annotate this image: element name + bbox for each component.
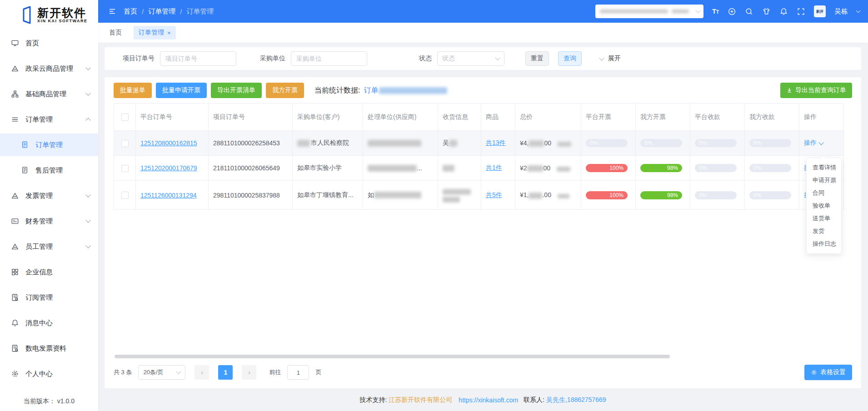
page-footer: 技术支持: 江苏新开软件有限公司 https://xinkaisoft.com … xyxy=(105,388,861,411)
select-all-checkbox[interactable] xyxy=(121,114,129,121)
chevron-down-icon[interactable] xyxy=(856,9,861,13)
menu-item-delivery-note[interactable]: 送货单 xyxy=(807,212,841,225)
redacted-price-sub xyxy=(557,167,570,172)
order-no-input[interactable] xyxy=(160,51,236,66)
theme-shirt-icon[interactable] xyxy=(762,7,771,16)
brand-logo: 新开软件 XIN KAI SOFTWARE xyxy=(0,0,98,28)
sidebar-item-order-management[interactable]: 订单管理 xyxy=(0,134,98,156)
order-no-label: 项目订单号 xyxy=(123,54,155,63)
expand-toggle[interactable]: 展开 xyxy=(600,54,621,63)
row-checkbox[interactable] xyxy=(121,192,129,199)
platform-order-link[interactable]: 1251208000162815 xyxy=(140,139,197,147)
next-page-button[interactable]: › xyxy=(242,365,256,380)
notification-bell-icon[interactable] xyxy=(779,7,788,16)
company-link[interactable]: 江苏新开软件有限公司 xyxy=(389,396,452,404)
menu-item-apply-invoice[interactable]: 申请开票 xyxy=(807,174,841,187)
document-search-icon xyxy=(11,344,19,352)
redacted-search-text xyxy=(672,10,689,13)
current-page-button[interactable]: 1 xyxy=(218,365,233,380)
pagination-bar: 共 3 条 20条/页 ‹ 1 › 前往 页 表格设置 xyxy=(105,361,861,388)
redacted-stats-value xyxy=(379,87,447,94)
batch-dispatch-button[interactable]: 批量派单 xyxy=(114,83,152,98)
sidebar-item-einvoice-profile[interactable]: 数电发票资料 xyxy=(0,337,98,360)
menu-item-operation-log[interactable]: 操作日志 xyxy=(807,238,841,250)
project-order-no: 2881101000026258453 xyxy=(209,131,293,156)
our-invoice-progress: 98% xyxy=(640,191,682,199)
tab-order-management[interactable]: 订单管理 × xyxy=(134,26,176,40)
chevron-down-icon xyxy=(85,65,90,70)
col-customer: 采购单位(客户) xyxy=(293,104,363,131)
platform-order-link[interactable]: 1251126000131294 xyxy=(140,192,197,199)
batch-invoice-button[interactable]: 批量申请开票 xyxy=(156,83,207,98)
pyramid-icon xyxy=(11,243,19,251)
sidebar-item-label: 员工管理 xyxy=(25,243,53,251)
menu-item-acceptance-form[interactable]: 验收单 xyxy=(807,199,841,212)
sidebar-item-personal-center[interactable]: 个人中心 xyxy=(0,362,98,385)
query-button[interactable]: 查询 xyxy=(558,51,582,66)
redacted-receiver xyxy=(449,140,457,147)
user-name[interactable]: 吴栋 xyxy=(834,7,848,16)
sidebar-item-home[interactable]: 首页 xyxy=(0,32,98,54)
breadcrumb-home[interactable]: 首页 xyxy=(124,7,137,16)
fullscreen-icon[interactable] xyxy=(797,7,805,16)
horizontal-scrollbar-thumb[interactable] xyxy=(115,355,670,358)
website-link[interactable]: https://xinkaisoft.com xyxy=(459,396,518,404)
breadcrumb-separator: / xyxy=(180,8,182,15)
content-area: 项目订单号 采购单位 状态 状态 重置 查询 展开 批量派单 批量申请开票 xyxy=(98,43,868,411)
search-icon[interactable] xyxy=(745,7,753,16)
chevron-down-icon xyxy=(818,140,823,145)
redacted-price xyxy=(529,140,544,147)
close-icon[interactable]: × xyxy=(167,30,171,36)
menu-item-contract[interactable]: 合同 xyxy=(807,187,841,199)
sidebar-item-base-products[interactable]: 基础商品管理 xyxy=(0,83,98,105)
sidebar-item-orders-group[interactable]: 订单管理 xyxy=(0,108,98,131)
platform-order-link[interactable]: 1251202000170679 xyxy=(140,164,197,172)
export-invoice-list-button[interactable]: 导出开票清单 xyxy=(211,83,262,98)
collapse-menu-icon[interactable] xyxy=(108,7,116,15)
sidebar-item-enterprise-info[interactable]: 企业信息 xyxy=(0,261,98,283)
col-our-invoice: 我方开票 xyxy=(636,104,690,131)
goto-page-input[interactable] xyxy=(287,365,309,380)
buyer-input[interactable] xyxy=(291,51,367,66)
target-icon[interactable] xyxy=(728,7,736,16)
our-payment-progress: 0% xyxy=(749,191,791,199)
sidebar-item-finance[interactable]: 财务管理 xyxy=(0,210,98,233)
export-current-query-button[interactable]: 导出当前查询订单 xyxy=(780,83,852,98)
header-search-box[interactable] xyxy=(595,5,703,18)
sidebar-item-label: 个人中心 xyxy=(25,370,53,378)
col-actions: 操作 xyxy=(799,104,844,131)
our-invoice-button[interactable]: 我方开票 xyxy=(266,83,304,98)
row-actions-dropdown-trigger[interactable]: 操作 xyxy=(804,139,823,147)
sidebar-item-message-center[interactable]: 消息中心 xyxy=(0,312,98,334)
chevron-down-icon xyxy=(85,218,90,223)
redacted-price xyxy=(529,193,542,199)
page-size-select[interactable]: 20条/页 xyxy=(138,365,185,380)
row-checkbox[interactable] xyxy=(121,140,129,147)
goods-count-link[interactable]: 共13件 xyxy=(486,139,506,146)
sidebar-item-subscriptions[interactable]: 订阅管理 xyxy=(0,286,98,309)
row-checkbox[interactable] xyxy=(121,165,129,172)
sidebar-item-invoices[interactable]: 发票管理 xyxy=(0,184,98,207)
goods-count-link[interactable]: 共1件 xyxy=(486,164,502,171)
filter-bar: 项目订单号 采购单位 状态 状态 重置 查询 展开 xyxy=(105,47,861,70)
table-settings-button[interactable]: 表格设置 xyxy=(804,365,852,380)
menu-item-ship[interactable]: 发货 xyxy=(807,225,841,238)
sidebar-item-zcy-products[interactable]: 政采云商品管理 xyxy=(0,57,98,80)
col-receiver: 收货信息 xyxy=(438,104,481,131)
sidebar-item-aftersales[interactable]: 售后管理 xyxy=(0,159,98,182)
brand-name-cn: 新开软件 xyxy=(37,7,88,19)
user-avatar[interactable]: 新开 xyxy=(814,5,826,17)
col-total-price: 总价 xyxy=(515,104,581,131)
sidebar-item-employees[interactable]: 员工管理 xyxy=(0,235,98,258)
breadcrumb-orders[interactable]: 订单管理 xyxy=(148,7,175,16)
contact-link[interactable]: 吴先生,18862757669 xyxy=(546,396,606,404)
status-select[interactable]: 状态 xyxy=(437,51,504,66)
goods-count-link[interactable]: 共5件 xyxy=(486,191,502,198)
tab-home[interactable]: 首页 xyxy=(109,29,122,37)
font-size-icon[interactable]: TT xyxy=(712,8,719,15)
reset-button[interactable]: 重置 xyxy=(525,51,549,66)
chevron-down-icon xyxy=(495,55,500,60)
prev-page-button[interactable]: ‹ xyxy=(195,365,209,380)
menu-item-view-details[interactable]: 查看详情 xyxy=(807,161,841,174)
col-goods: 商品 xyxy=(481,104,515,131)
